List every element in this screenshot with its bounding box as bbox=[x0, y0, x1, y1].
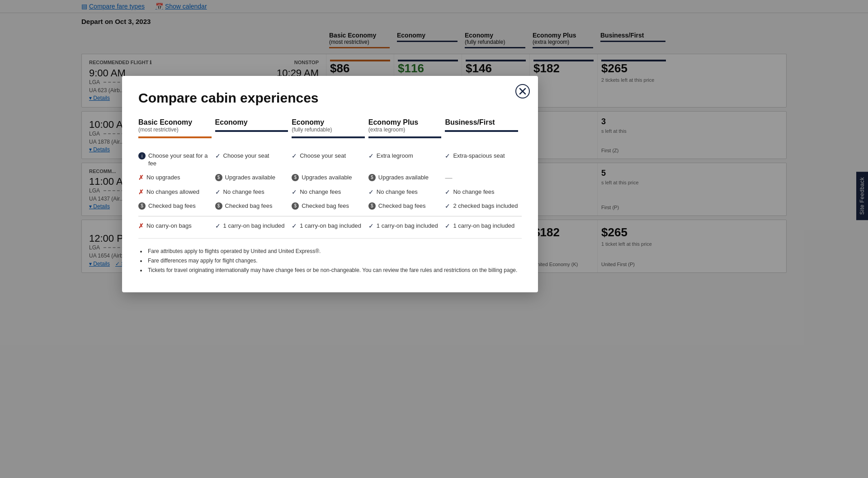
feature-carryon-economy-plus: ✓ 1 carry-on bag included bbox=[368, 219, 445, 233]
check-icon: ✓ bbox=[215, 152, 221, 159]
feature-seat-economy-ref: ✓ Choose your seat bbox=[292, 149, 368, 171]
feature-changes-basic: ✗ No changes allowed bbox=[138, 185, 215, 199]
feature-upgrades-economy-ref: $ Upgrades available bbox=[292, 171, 368, 185]
feature-checked-economy-ref: $ Checked bag fees bbox=[292, 199, 368, 213]
feature-upgrades-economy: $ Upgrades available bbox=[215, 171, 292, 185]
dash-icon: — bbox=[445, 174, 452, 182]
feature-upgrades-business: — bbox=[445, 171, 522, 185]
footnote-3: Tickets for travel originating internati… bbox=[140, 267, 522, 274]
col-business-first: Business/First bbox=[445, 118, 522, 149]
check-icon: ✓ bbox=[368, 152, 374, 159]
col-economy-refundable: Economy (fully refundable) bbox=[292, 118, 368, 149]
footnotes-divider bbox=[138, 238, 522, 239]
check-icon: ✓ bbox=[368, 222, 374, 230]
economy-refundable-indicator bbox=[292, 136, 365, 138]
feature-checked-economy: $ Checked bag fees bbox=[215, 199, 292, 213]
check-icon: ✓ bbox=[445, 152, 450, 159]
col-basic-economy: Basic Economy (most restrictive) bbox=[138, 118, 215, 149]
check-icon: ✓ bbox=[215, 188, 221, 196]
check-icon: ✓ bbox=[445, 222, 450, 230]
dollar-icon: $ bbox=[215, 202, 222, 210]
feature-checked-basic: $ Checked bag fees bbox=[138, 199, 215, 213]
feature-checked-economy-plus: $ Checked bag fees bbox=[368, 199, 445, 213]
feature-seat-business: ✓ Extra-spacious seat bbox=[445, 149, 522, 171]
dollar-icon: $ bbox=[368, 202, 376, 210]
economy-plus-indicator bbox=[368, 136, 442, 138]
col-economy: Economy bbox=[215, 118, 292, 149]
compare-table: Basic Economy (most restrictive) Economy… bbox=[138, 118, 522, 233]
dollar-icon: $ bbox=[292, 174, 299, 181]
feature-seat-basic: i Choose your seat for a fee bbox=[138, 149, 215, 171]
check-icon: ✓ bbox=[215, 222, 221, 230]
info-icon: i bbox=[138, 152, 146, 159]
footnote-1: Fare attributes apply to flights operate… bbox=[140, 248, 522, 255]
feature-changes-economy-ref: ✓ No change fees bbox=[292, 185, 368, 199]
feature-carryon-economy: ✓ 1 carry-on bag included bbox=[215, 219, 292, 233]
footnotes: Fare attributes apply to flights operate… bbox=[138, 248, 522, 274]
feature-seat-economy-plus: ✓ Extra legroom bbox=[368, 149, 445, 171]
check-icon: ✓ bbox=[292, 188, 297, 196]
page-background: ▤ Compare fare types 📅 Show calendar Dep… bbox=[0, 0, 868, 478]
x-icon: ✗ bbox=[138, 188, 144, 196]
check-icon: ✓ bbox=[445, 188, 450, 196]
compare-cabin-modal: Compare cabin experiences Basic Economy … bbox=[122, 76, 538, 292]
feature-upgrades-basic: ✗ No upgrades bbox=[138, 171, 215, 185]
feature-changes-economy-plus: ✓ No change fees bbox=[368, 185, 445, 199]
dollar-icon: $ bbox=[368, 174, 376, 181]
feature-checked-business: ✓ 2 checked bags included bbox=[445, 199, 522, 213]
feature-carryon-economy-ref: ✓ 1 carry-on bag included bbox=[292, 219, 368, 233]
table-divider bbox=[138, 216, 522, 216]
business-first-indicator bbox=[445, 130, 518, 132]
feature-changes-economy: ✓ No change fees bbox=[215, 185, 292, 199]
dollar-icon: $ bbox=[138, 202, 146, 210]
close-icon bbox=[515, 84, 530, 98]
dollar-icon: $ bbox=[215, 174, 222, 181]
economy-indicator bbox=[215, 130, 288, 132]
x-icon: ✗ bbox=[138, 222, 144, 230]
check-icon: ✓ bbox=[445, 202, 450, 210]
basic-economy-indicator bbox=[138, 136, 212, 138]
footnote-2: Fare differences may apply for flight ch… bbox=[140, 257, 522, 265]
check-icon: ✓ bbox=[292, 152, 297, 159]
modal-title: Compare cabin experiences bbox=[138, 90, 522, 106]
col-economy-plus: Economy Plus (extra legroom) bbox=[368, 118, 445, 149]
feature-carryon-basic: ✗ No carry-on bags bbox=[138, 219, 215, 233]
feature-changes-business: ✓ No change fees bbox=[445, 185, 522, 199]
modal-close-button[interactable] bbox=[514, 83, 531, 99]
check-icon: ✓ bbox=[368, 188, 374, 196]
feature-upgrades-economy-plus: $ Upgrades available bbox=[368, 171, 445, 185]
feature-seat-economy: ✓ Choose your seat bbox=[215, 149, 292, 171]
feature-carryon-business: ✓ 1 carry-on bag included bbox=[445, 219, 522, 233]
check-icon: ✓ bbox=[292, 222, 297, 230]
dollar-icon: $ bbox=[292, 202, 299, 210]
x-icon: ✗ bbox=[138, 174, 144, 181]
